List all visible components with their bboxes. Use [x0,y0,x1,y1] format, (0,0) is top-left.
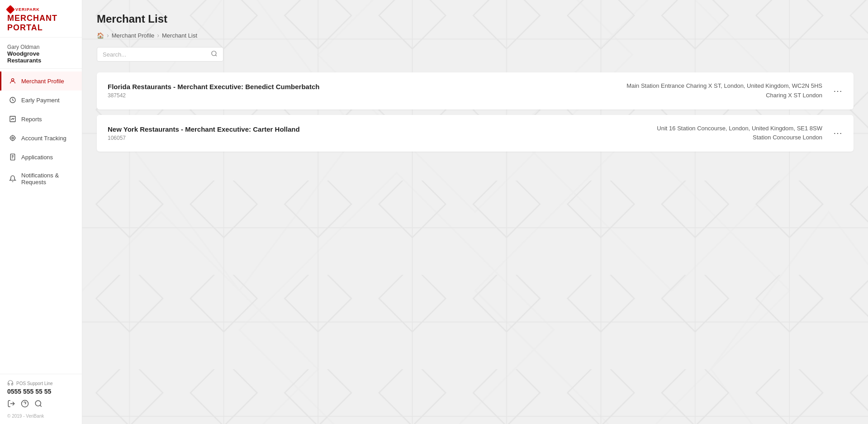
search-icon[interactable] [34,400,43,410]
sidebar-item-label: Early Payment [21,97,60,104]
user-section: Gary Oldman Woodgrove Restaurants [0,38,82,69]
merchant-info-0: Florida Restaurants - Merchant Executive… [108,83,319,99]
chart-icon [9,115,17,123]
breadcrumb-current: Merchant List [162,32,197,39]
sidebar-item-applications[interactable]: Applications [0,148,82,167]
user-name: Gary Oldman [7,44,75,50]
merchant-addr-line2-0: Charing X ST London [626,91,822,100]
portal-title: MERCHANT PORTAL [7,14,75,33]
sidebar-footer: POS Support Line 0555 555 55 55 © 2019 -… [0,374,82,424]
breadcrumb-sep-2: › [157,32,159,39]
breadcrumb-parent[interactable]: Merchant Profile [112,32,155,39]
sidebar-item-label: Merchant Profile [21,78,64,85]
page-title: Merchant List [97,13,854,25]
bell-icon [9,175,17,183]
svg-line-17 [40,405,41,406]
content-area: Merchant List 🏠 › Merchant Profile › Mer… [82,0,868,170]
merchant-name-0: Florida Restaurants - Merchant Executive… [108,83,319,91]
merchant-id-1: 106057 [108,135,300,141]
merchant-addr-line1-0: Main Station Entrance Charing X ST, Lond… [626,81,822,91]
merchant-info-1: New York Restaurants - Merchant Executiv… [108,125,300,141]
footer-icon-bar [7,400,75,410]
svg-point-4 [10,136,15,141]
sidebar-item-label: Applications [21,154,53,161]
logout-icon[interactable] [7,400,15,410]
merchant-id-0: 387542 [108,92,319,99]
sidebar-item-reports[interactable]: Reports [0,110,82,129]
merchant-actions-0[interactable]: ⋯ [833,86,843,96]
support-label: POS Support Line [7,380,75,387]
doc-icon [9,153,17,161]
search-bar [97,47,223,62]
sidebar-item-notifications[interactable]: Notifications & Requests [0,167,82,191]
main-content: Merchant List 🏠 › Merchant Profile › Mer… [82,0,868,424]
sidebar-item-merchant-profile[interactable]: Merchant Profile [0,71,82,91]
help-icon[interactable] [21,400,29,410]
search-button-icon[interactable] [211,50,218,58]
sidebar-item-account-tracking[interactable]: Account Tracking [0,129,82,148]
tracking-icon [9,134,17,142]
sidebar-item-label: Notifications & Requests [21,172,75,186]
svg-point-3 [12,137,14,139]
headset-icon [7,380,14,387]
merchant-name-1: New York Restaurants - Merchant Executiv… [108,125,300,133]
logo-diamond-icon [6,5,15,14]
user-company: Woodgrove Restaurants [7,50,75,64]
brand-text: VERIPARK [15,7,40,12]
svg-point-0 [11,79,14,81]
search-input[interactable] [103,51,207,58]
sidebar: VERIPARK MERCHANT PORTAL Gary Oldman Woo… [0,0,82,424]
clock-icon [9,96,17,104]
merchant-card-1: New York Restaurants - Merchant Executiv… [97,115,854,152]
copyright-text: © 2019 - VeriBank [7,414,75,419]
sidebar-item-early-payment[interactable]: Early Payment [0,91,82,110]
merchant-address-1: Unit 16 Station Concourse, London, Unite… [657,124,822,143]
svg-line-23 [215,55,217,56]
person-icon [9,77,17,85]
merchant-address-0: Main Station Entrance Charing X ST, Lond… [626,81,822,100]
sidebar-item-label: Reports [21,116,42,123]
breadcrumb: 🏠 › Merchant Profile › Merchant List [97,32,854,39]
nav-menu: Merchant Profile Early Payment Reports A… [0,69,82,374]
support-phone: 0555 555 55 55 [7,388,75,395]
merchant-card-0: Florida Restaurants - Merchant Executive… [97,72,854,110]
logo-area: VERIPARK MERCHANT PORTAL [0,0,82,38]
breadcrumb-sep-1: › [107,32,109,39]
svg-point-16 [35,400,41,406]
svg-point-22 [212,51,216,56]
merchant-addr-line1-1: Unit 16 Station Concourse, London, Unite… [657,124,822,133]
merchant-addr-line2-1: Station Concourse London [657,133,822,143]
veripark-brand: VERIPARK [7,6,75,13]
merchant-actions-1[interactable]: ⋯ [833,128,843,138]
breadcrumb-home[interactable]: 🏠 [97,32,104,39]
sidebar-item-label: Account Tracking [21,135,66,142]
